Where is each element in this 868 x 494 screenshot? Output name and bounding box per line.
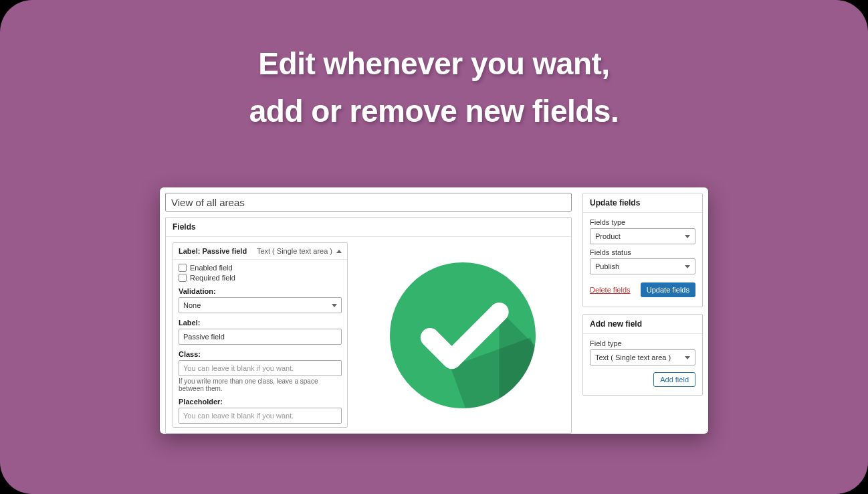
headline-line-1: Edit whenever you want,	[0, 40, 868, 88]
required-field-checkbox[interactable]: Required field	[179, 274, 342, 282]
fields-type-label: Fields type	[590, 218, 695, 226]
label-input[interactable]	[179, 329, 342, 345]
checkbox-icon	[179, 274, 187, 282]
update-fields-button[interactable]: Update fields	[641, 282, 695, 297]
field-card-header[interactable]: Label: Passive field Text ( Single text …	[173, 243, 347, 260]
add-field-box: Add new field Field type Text ( Single t…	[582, 314, 703, 396]
fields-box-title: Fields	[166, 218, 571, 237]
add-field-title: Add new field	[583, 315, 702, 334]
field-card-type: Text ( Single text area )	[257, 247, 342, 255]
enabled-field-checkbox[interactable]: Enabled field	[179, 264, 342, 272]
add-field-button[interactable]: Add field	[653, 372, 695, 387]
checkbox-icon	[179, 264, 187, 272]
hero-banner: Edit whenever you want, add or remove ne…	[0, 0, 868, 494]
fields-box: Fields Label: Passive field Text ( Singl…	[165, 217, 572, 434]
fields-status-label: Fields status	[590, 248, 695, 256]
headline-line-2: add or remove new fields.	[0, 88, 868, 135]
area-title-input[interactable]	[165, 193, 572, 212]
class-field-label: Class:	[179, 350, 342, 358]
delete-fields-link[interactable]: Delete fields	[590, 286, 631, 294]
placeholder-input[interactable]	[179, 408, 342, 424]
validation-label: Validation:	[179, 287, 342, 295]
success-graphic-area	[354, 237, 571, 433]
fields-status-select[interactable]: Publish	[590, 258, 695, 274]
chevron-down-icon	[332, 304, 337, 307]
headline: Edit whenever you want, add or remove ne…	[0, 0, 868, 136]
caret-up-icon	[336, 250, 342, 253]
editor-panel: Fields Label: Passive field Text ( Singl…	[160, 187, 708, 434]
placeholder-field-label: Placeholder:	[179, 398, 342, 406]
chevron-down-icon	[685, 235, 690, 238]
checkmark-icon	[390, 262, 536, 408]
right-column: Update fields Fields type Product Fields…	[577, 187, 708, 434]
update-fields-box: Update fields Fields type Product Fields…	[582, 193, 703, 307]
label-field-label: Label:	[179, 319, 342, 327]
fields-list: Label: Passive field Text ( Single text …	[166, 237, 354, 433]
class-hint: If you write more than one class, leave …	[179, 378, 342, 392]
chevron-down-icon	[685, 265, 690, 268]
field-card: Label: Passive field Text ( Single text …	[173, 242, 348, 428]
field-type-select[interactable]: Text ( Single text area )	[590, 349, 695, 365]
class-input[interactable]	[179, 360, 342, 376]
field-card-body: Enabled field Required field Validation:…	[173, 260, 347, 428]
update-fields-title: Update fields	[583, 193, 702, 213]
chevron-down-icon	[685, 356, 690, 359]
left-column: Fields Label: Passive field Text ( Singl…	[160, 187, 577, 434]
validation-select[interactable]: None	[179, 297, 342, 313]
field-type-label: Field type	[590, 339, 695, 347]
field-card-label: Label: Passive field	[179, 247, 247, 255]
fields-type-select[interactable]: Product	[590, 228, 695, 244]
